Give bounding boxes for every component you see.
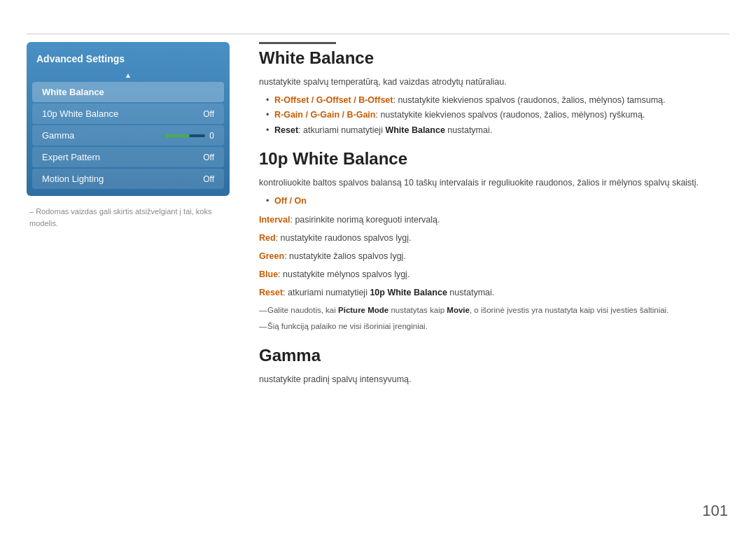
sidebar-item-expert-value: Off bbox=[203, 153, 214, 162]
wb-b1-bold: R-Offset / G-Offset / B-Offset bbox=[274, 95, 393, 105]
wb-b2-bold: R-Gain / G-Gain / B-Gain bbox=[274, 110, 375, 120]
10p-section: 10p White Balance kontroliuokite baltos … bbox=[259, 149, 728, 333]
sidebar-item-motion-lighting[interactable]: Motion Lighting Off bbox=[32, 169, 224, 189]
sidebar-item-white-balance-label: White Balance bbox=[42, 87, 214, 97]
main-divider bbox=[259, 34, 729, 34]
10p-notes: Galite naudotis, kai Picture Mode nustat… bbox=[259, 304, 728, 333]
sidebar-box: Advanced Settings ▲ White Balance 10p Wh… bbox=[27, 42, 230, 196]
wb-bullet-3: Reset: atkuriami numatytieji White Balan… bbox=[266, 123, 728, 138]
wb-bullet-1: R-Offset / G-Offset / B-Offset: nustatyk… bbox=[266, 93, 728, 108]
sidebar: Advanced Settings ▲ White Balance 10p Wh… bbox=[27, 42, 237, 229]
gamma-body: nustatykite pradinį spalvų intensyvumą. bbox=[259, 372, 728, 386]
sidebar-item-expert-label: Expert Pattern bbox=[42, 152, 197, 162]
10p-title: 10p White Balance bbox=[259, 149, 728, 169]
sidebar-item-motion-value: Off bbox=[203, 174, 214, 184]
gamma-value: 0 bbox=[209, 131, 214, 141]
sidebar-item-expert-pattern[interactable]: Expert Pattern Off bbox=[32, 147, 224, 167]
sidebar-arrow: ▲ bbox=[27, 71, 230, 79]
wb-b3-bold2: White Balance bbox=[385, 125, 444, 135]
10p-line-reset: Reset: atkuriami numatytieji 10p White B… bbox=[259, 286, 728, 300]
10p-line-blue: Blue: nustatykite mėlynos spalvos lygį. bbox=[259, 267, 728, 281]
10p-body: kontroliuokite baltos spalvos balansą 10… bbox=[259, 176, 728, 190]
sidebar-title: Advanced Settings bbox=[27, 50, 230, 71]
white-balance-title: White Balance bbox=[259, 48, 728, 68]
page-number: 101 bbox=[702, 502, 728, 520]
gamma-bar-fill bbox=[163, 134, 190, 137]
sidebar-item-10p-label: 10p White Balance bbox=[42, 108, 197, 119]
wb-b3-text: : atkuriami numatytieji bbox=[298, 125, 385, 135]
10p-note-1: Galite naudotis, kai Picture Mode nustat… bbox=[259, 304, 728, 318]
gamma-title: Gamma bbox=[259, 346, 728, 365]
wb-b3-text2: nustatymai. bbox=[445, 125, 492, 135]
gamma-bar bbox=[163, 134, 205, 137]
10p-line-green: Green: nustatykite žalios spalvos lygį. bbox=[259, 249, 728, 263]
10p-bullet-1: Off / On bbox=[266, 194, 728, 209]
gamma-bar-container: 0 bbox=[163, 131, 214, 141]
sidebar-footnote: – Rodomas vaizdas gali skirtis atsižvelg… bbox=[27, 206, 237, 229]
wb-bullet-2: R-Gain / G-Gain / B-Gain: nustatykite ki… bbox=[266, 108, 728, 122]
sidebar-item-gamma-label: Gamma bbox=[42, 130, 74, 141]
section-top-line bbox=[259, 42, 336, 44]
gamma-section: Gamma nustatykite pradinį spalvų intensy… bbox=[259, 346, 728, 386]
10p-b1: Off / On bbox=[274, 196, 307, 206]
10p-sub-bullets: Off / On bbox=[266, 194, 728, 209]
sidebar-item-gamma[interactable]: Gamma 0 bbox=[32, 125, 224, 146]
wb-b3-bold: Reset bbox=[274, 125, 298, 135]
sidebar-item-white-balance[interactable]: White Balance bbox=[32, 82, 224, 102]
white-balance-bullets: R-Offset / G-Offset / B-Offset: nustatyk… bbox=[266, 93, 728, 138]
wb-b1-text: : nustatykite kiekvienos spalvos (raudon… bbox=[393, 95, 665, 105]
sidebar-item-motion-label: Motion Lighting bbox=[42, 174, 197, 184]
10p-lines: Interval: pasirinkite norimą koreguoti i… bbox=[259, 213, 728, 300]
10p-line-red: Red: nustatykite raudonos spalvos lygį. bbox=[259, 231, 728, 245]
sidebar-item-10p-white-balance[interactable]: 10p White Balance Off bbox=[32, 104, 224, 124]
sidebar-item-10p-value: Off bbox=[203, 109, 214, 119]
white-balance-body: nustatykite spalvų temperatūrą, kad vaiz… bbox=[259, 75, 728, 89]
10p-note-2: Šią funkciją palaiko ne visi išoriniai į… bbox=[259, 320, 728, 334]
wb-b2-text: : nustatykite kiekvienos spalvos (raudon… bbox=[375, 110, 645, 120]
10p-line-interval: Interval: pasirinkite norimą koreguoti i… bbox=[259, 213, 728, 227]
main-content: White Balance nustatykite spalvų tempera… bbox=[259, 42, 728, 391]
